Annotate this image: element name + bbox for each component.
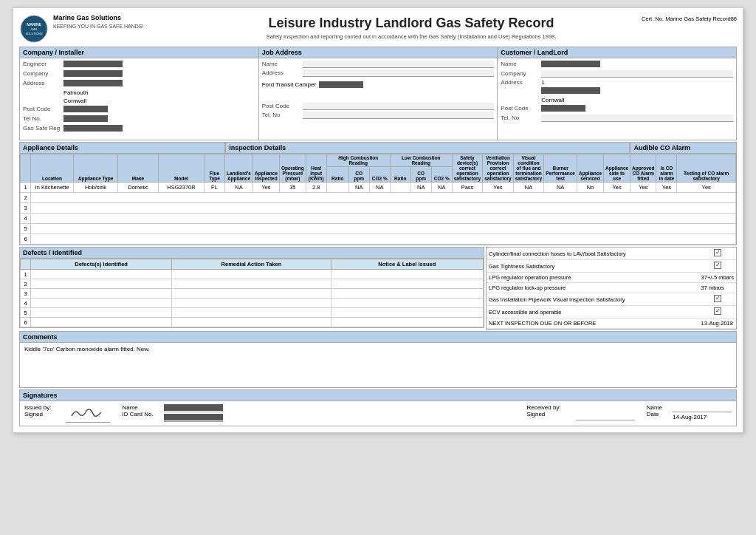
ecv-label: ECV accessible and operable (487, 306, 699, 318)
received-name-date-labels: Name Date (647, 404, 662, 418)
logo-text-block: Marine Gas Solutions KEEPING YOU IN GAS … (53, 14, 143, 30)
appliance-row-6: 6 (21, 234, 736, 245)
defect-row-5: 5 (21, 308, 484, 318)
customer-section: Name Company Address 1 Cornwall Post Cod… (498, 58, 736, 140)
cust-name-redacted (541, 61, 600, 67)
cylinder-row: Cylinder/final connection hoses to LAV/b… (487, 248, 736, 260)
row1-safety: Pass (452, 183, 483, 193)
postcode-row: Post Code (23, 106, 255, 114)
address-row: Address (23, 80, 255, 88)
pipework-row: Gas Installation Pipework Visual Inspect… (487, 293, 736, 306)
job-name-row: Name (262, 61, 495, 68)
lpg-lockup-unit: mbars (709, 284, 724, 291)
postcode-label: Post Code (23, 106, 63, 114)
defects-th-remedial: Remedial Action Taken (172, 259, 331, 270)
lpg-lockup-row: LPG regulator lock-up pressure 37 mbars (487, 283, 736, 293)
th-high-co: CO ppm (348, 167, 369, 183)
job-address-section: Name Address Ford Transit Camper Post Co… (259, 58, 498, 140)
th-num (21, 154, 31, 183)
lpg-operation-value: 37+/-5 (701, 274, 717, 281)
job-telno-value (303, 112, 495, 119)
issued-by-label: Issued by: (24, 404, 51, 411)
th-low-ratio: Ratio (390, 167, 410, 183)
cust-telno-label: Tel. No (501, 115, 541, 122)
company-value-redacted (63, 70, 123, 77)
document-page: MARINE GAS SOLUTIONS Marine Gas Solution… (13, 7, 743, 433)
job-postcode-value (303, 103, 495, 110)
name-id-values (164, 404, 223, 422)
cust-postcode-label: Post Code (501, 105, 541, 113)
address-label: Address (23, 80, 63, 88)
job-address-label: Address (262, 69, 303, 77)
appliance-table-header-row1: Location Appliance Type Make Model Flue … (21, 154, 736, 167)
lpg-operation-row: LPG regulator operation pressure 37+/-5 … (487, 273, 736, 283)
th-model: Model (159, 154, 205, 183)
received-name-label: Name (647, 404, 662, 411)
row1-testing-co: Yes (677, 183, 736, 193)
date-label: Date (647, 411, 662, 418)
row1-low-ratio (390, 183, 410, 193)
vehicle-row: Ford Transit Camper (262, 81, 495, 88)
cust-address-line1: 1 (541, 79, 544, 86)
defects-th-identified: Defects(s) Identified (31, 259, 172, 270)
received-signature-field (576, 404, 635, 420)
appliance-row-3: 3 (21, 203, 736, 214)
row1-ventilation: Yes (483, 183, 514, 193)
th-safety: Safety device(s) correct operation satis… (452, 154, 483, 183)
customer-header: Customer / LandLord (498, 47, 737, 58)
cert-value: Marine Gas Safety Record86 (665, 16, 737, 22)
row1-safe: Yes (604, 183, 630, 193)
row1-flue: FL (205, 183, 225, 193)
name-label: Name (122, 404, 153, 411)
checks-section: Cylinder/final connection hoses to LAV/b… (486, 247, 737, 330)
ecv-checkbox (714, 307, 721, 315)
row1-num: 1 (21, 183, 31, 193)
engineer-row: Engineer (23, 61, 255, 69)
row1-high-co2: NA (369, 183, 390, 193)
th-ventilation: Ventilation Provision correct operation … (483, 154, 514, 183)
vehicle-label: Ford Transit Camper (262, 81, 316, 88)
checks-table: Cylinder/final connection hoses to LAV/b… (487, 248, 736, 329)
th-flue: Flue Type (205, 154, 225, 183)
appliance-header: Appliance Details (19, 142, 225, 154)
job-name-label: Name (262, 61, 303, 68)
cylinder-checkbox (714, 249, 721, 256)
cust-address-row: Address 1 (501, 79, 733, 86)
row6-num: 6 (21, 234, 31, 245)
company-installer-header: Company / Installer (19, 47, 259, 58)
row1-high-ratio (326, 183, 348, 193)
telno-row: Tel No. (23, 115, 255, 123)
appliance-row-2: 2 (21, 193, 736, 203)
lpg-operation-label: LPG regulator operation pressure (487, 273, 699, 283)
row1-visual: NA (513, 183, 544, 193)
th-inspected: Appliance Inspected (252, 154, 279, 183)
row1-model: HSG2370R (159, 183, 205, 193)
cust-company-row: Company (501, 70, 733, 78)
defects-table: Defects(s) Identified Remedial Action Ta… (20, 259, 484, 327)
date-value: 14-Aug-2017 (673, 414, 732, 420)
address-extra-line (262, 92, 495, 103)
row1-make: Dometic (118, 183, 159, 193)
th-heat: Heat Input (KW/h) (306, 154, 326, 183)
engineer-label: Engineer (23, 61, 63, 69)
signature-svg (68, 405, 109, 421)
job-telno-label: Tel. No (262, 112, 303, 119)
ecv-row: ECV accessible and operable (487, 306, 736, 318)
row1-serviced: No (577, 183, 603, 193)
defects-header: Defects / Identified (19, 247, 484, 259)
row1-heat: 2.8 (306, 183, 326, 193)
next-inspection-value: 13-Aug-2018 (699, 318, 736, 329)
company-tagline: KEEPING YOU IN GAS SAFE HANDS! (53, 23, 143, 30)
company-label: Company (23, 70, 63, 78)
company-row: Company (23, 70, 255, 78)
th-is-co: Is CO alarm in date (656, 154, 677, 183)
gas-tightness-label: Gas Tightness Satisfactory (487, 260, 699, 273)
cylinder-label: Cylinder/final connection hoses to LAV/b… (487, 248, 699, 260)
document-title: Leisure Industry Landlord Gas Safety Rec… (182, 16, 641, 31)
row5-num: 5 (21, 224, 31, 234)
row1-is-co: Yes (656, 183, 677, 193)
th-testing-co: Testing of CO alarm satisfactory (677, 154, 736, 183)
signatures-section: Issued by: Signed Name ID Card No. (19, 401, 737, 426)
vehicle-value-redacted (319, 81, 363, 88)
cust-telno-value (541, 115, 733, 122)
